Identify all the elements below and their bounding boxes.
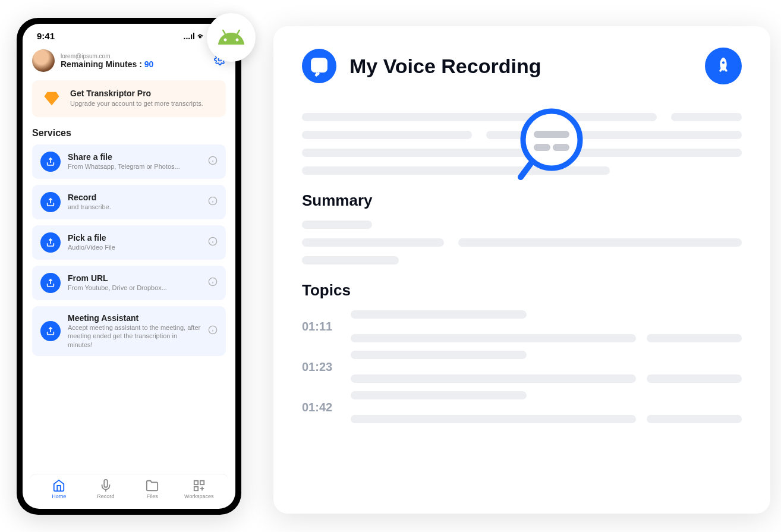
svg-rect-26	[200, 481, 204, 484]
service-subtitle: From Whatsapp, Telegram or Photos...	[68, 162, 201, 171]
avatar[interactable]	[32, 49, 55, 72]
svg-rect-34	[534, 131, 569, 138]
topic-timestamp: 01:11	[302, 320, 339, 333]
wifi-icon: ᯤ	[197, 32, 206, 41]
service-title: Meeting Assistant	[68, 313, 201, 323]
service-title: Pick a file	[68, 233, 201, 243]
upload-icon	[40, 321, 61, 341]
user-email: lorem@ipsum.com	[61, 53, 208, 59]
svg-point-32	[722, 61, 725, 64]
mic-icon	[99, 479, 112, 492]
card-header: T My Voice Recording	[302, 48, 742, 84]
status-bar: 9:41 ...ıl ᯤ	[23, 24, 235, 43]
app-logo: T	[302, 49, 336, 83]
card-title: My Voice Recording	[349, 55, 692, 78]
nav-record[interactable]: Record	[83, 479, 130, 499]
svg-rect-35	[534, 144, 550, 151]
svg-rect-27	[194, 487, 198, 490]
pro-title: Get Transkriptor Pro	[70, 89, 203, 98]
info-icon[interactable]	[208, 196, 218, 208]
nav-label: Record	[97, 493, 114, 499]
diamond-icon	[42, 89, 62, 109]
service-title: From URL	[68, 273, 201, 283]
recording-card: T My Voice Recording Summary Topics 01:1…	[273, 26, 770, 514]
grid-icon	[193, 479, 206, 492]
user-row: lorem@ipsum.com Remaining Minutes : 90	[32, 49, 226, 72]
bottom-nav: Home Record Files Workspaces	[30, 474, 228, 505]
service-subtitle: Audio/Video File	[68, 243, 201, 251]
service-subtitle: and transcribe.	[68, 203, 201, 211]
pro-subtitle: Upgrade your account to get more transcr…	[70, 99, 203, 108]
service-item[interactable]: Share a file From Whatsapp, Telegram or …	[32, 144, 226, 179]
service-item[interactable]: Pick a file Audio/Video File	[32, 225, 226, 260]
nav-label: Home	[52, 493, 66, 499]
svg-line-37	[521, 163, 531, 177]
service-subtitle: Accept meeting assistant to the meeting,…	[68, 323, 201, 349]
android-badge	[207, 13, 256, 62]
info-icon[interactable]	[208, 156, 218, 168]
upload-icon	[40, 152, 61, 172]
svg-point-33	[523, 111, 580, 168]
home-icon	[52, 479, 65, 492]
rocket-button[interactable]	[705, 48, 742, 84]
status-time: 9:41	[37, 31, 55, 41]
nav-home[interactable]: Home	[36, 479, 83, 499]
svg-rect-36	[553, 144, 569, 151]
info-icon[interactable]	[208, 237, 218, 248]
service-title: Record	[68, 193, 201, 202]
summary-heading: Summary	[302, 191, 742, 210]
remaining-minutes: Remaining Minutes : 90	[61, 59, 208, 69]
rocket-icon	[713, 56, 733, 76]
magnifier-icon	[516, 107, 587, 187]
topic-content-placeholder	[351, 351, 742, 383]
transcript-placeholder	[302, 113, 742, 175]
nav-files[interactable]: Files	[129, 479, 176, 499]
service-subtitle: From Youtube, Drive or Dropbox...	[68, 284, 201, 292]
signal-icon: ...ıl	[184, 32, 195, 41]
info-icon[interactable]	[208, 277, 218, 289]
android-icon	[217, 23, 245, 52]
nav-workspaces[interactable]: Workspaces	[176, 479, 223, 499]
phone-screen: 9:41 ...ıl ᯤ lorem@ipsum.com Remaining M…	[23, 24, 235, 509]
upload-icon	[40, 192, 61, 212]
topic-row[interactable]: 01:11	[302, 310, 742, 342]
phone-mockup: 9:41 ...ıl ᯤ lorem@ipsum.com Remaining M…	[17, 18, 241, 515]
topic-content-placeholder	[351, 391, 742, 423]
topic-timestamp: 01:42	[302, 401, 339, 414]
info-icon[interactable]	[208, 325, 218, 337]
nav-label: Workspaces	[184, 493, 213, 499]
service-item[interactable]: Record and transcribe.	[32, 185, 226, 219]
topic-row[interactable]: 01:23	[302, 351, 742, 383]
service-title: Share a file	[68, 152, 201, 162]
svg-text:T: T	[316, 61, 322, 71]
summary-placeholder	[302, 221, 742, 265]
topic-timestamp: 01:23	[302, 360, 339, 374]
service-item[interactable]: From URL From Youtube, Drive or Dropbox.…	[32, 266, 226, 300]
service-item[interactable]: Meeting Assistant Accept meeting assista…	[32, 306, 226, 356]
topic-row[interactable]: 01:42	[302, 391, 742, 423]
upload-icon	[40, 273, 61, 293]
svg-rect-25	[194, 481, 198, 484]
pro-card[interactable]: Get Transkriptor Pro Upgrade your accoun…	[32, 80, 226, 117]
services-heading: Services	[32, 128, 226, 138]
topics-heading: Topics	[302, 281, 742, 300]
upload-icon	[40, 232, 61, 253]
card-body: Summary Topics 01:11 01:23 01:42	[302, 113, 742, 423]
topic-content-placeholder	[351, 310, 742, 342]
phone-content: lorem@ipsum.com Remaining Minutes : 90 G…	[23, 43, 235, 474]
nav-label: Files	[147, 493, 158, 499]
folder-icon	[146, 479, 159, 492]
